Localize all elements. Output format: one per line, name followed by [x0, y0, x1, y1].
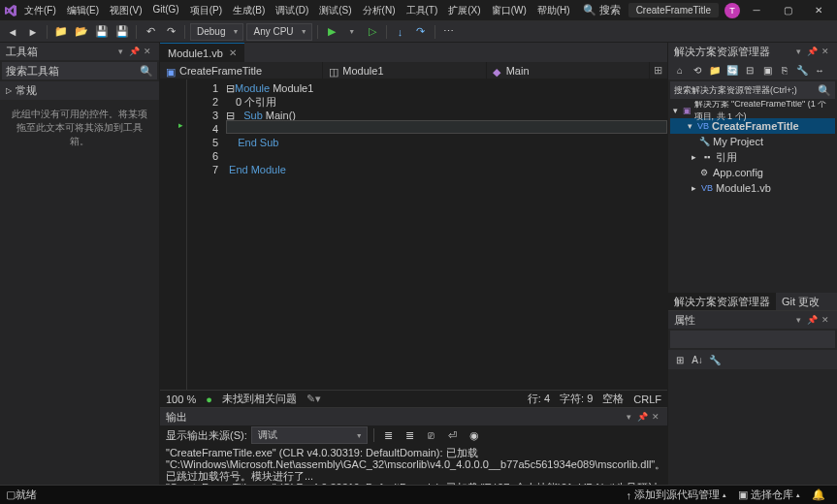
search-clear-icon[interactable]: 🔍 [140, 65, 153, 78]
split-icon[interactable]: ⊞ [650, 64, 667, 77]
nav-module[interactable]: ◫ Module1 [323, 62, 486, 79]
save-icon[interactable]: 💾 [93, 23, 111, 41]
redo-icon[interactable]: ↷ [162, 23, 179, 41]
tab-solution-explorer[interactable]: 解决方案资源管理器 [668, 293, 776, 310]
tab-close-icon[interactable]: ✕ [229, 47, 237, 58]
menu-git[interactable]: Git(G) [147, 2, 183, 19]
nav-back-icon[interactable]: ◄ [4, 23, 21, 41]
close-panel-icon[interactable]: ✕ [142, 46, 153, 57]
close-panel-icon[interactable]: ✕ [820, 46, 831, 57]
menu-build[interactable]: 生成(B) [228, 2, 270, 19]
platform-dropdown[interactable]: Any CPU [246, 23, 311, 41]
toolbar-misc-icon[interactable]: ⋯ [440, 23, 458, 41]
tree-module1[interactable]: ▸ VB Module1.vb [670, 180, 835, 196]
menu-extensions[interactable]: 扩展(X) [443, 2, 485, 19]
pin-icon[interactable]: 📌 [636, 411, 648, 423]
sol-btn-icon[interactable]: 🔄 [724, 62, 740, 78]
nav-fwd-icon[interactable]: ► [24, 23, 42, 41]
config-dropdown[interactable]: Debug [190, 23, 243, 41]
expand-icon[interactable]: ▸ [689, 152, 698, 162]
open-icon[interactable]: 📂 [73, 23, 90, 41]
sol-btn-icon[interactable]: ⎘ [777, 62, 792, 78]
indent-info[interactable]: 空格 [602, 392, 624, 406]
search-box[interactable]: 🔍 搜索 [583, 3, 621, 17]
tab-module1[interactable]: Module1.vb ✕ [160, 43, 244, 62]
issue-indicator-icon[interactable]: ● [206, 394, 212, 405]
sol-btn-icon[interactable]: ▣ [759, 62, 775, 78]
pin-icon[interactable]: 📌 [806, 314, 818, 326]
step-into-icon[interactable]: ↓ [392, 23, 409, 41]
code-editor[interactable]: ▸ 1234567 ⊟Module Module1 0 个引用 ⊟ Sub Ma… [160, 79, 667, 390]
props-icon[interactable]: 🔧 [707, 352, 723, 367]
tree-myproject[interactable]: 🔧 My Project [670, 134, 835, 149]
props-grid[interactable] [668, 369, 837, 485]
brush-icon[interactable]: ✎▾ [306, 393, 321, 405]
expand-icon[interactable]: ▾ [685, 121, 694, 131]
notifications-icon[interactable]: 🔔 [806, 488, 831, 501]
code-area[interactable]: ⊟Module Module1 0 个引用 ⊟ Sub Main() End S… [226, 79, 667, 390]
close-panel-icon[interactable]: ✕ [650, 411, 661, 423]
start-dropdown-icon[interactable]: ▼ [343, 23, 361, 41]
nav-member[interactable]: ◆ Main [487, 62, 650, 79]
source-control-button[interactable]: ↑ 添加到源代码管理 ▴ [621, 488, 733, 502]
close-button[interactable]: ✕ [804, 2, 833, 19]
pin-icon[interactable]: ▾ [623, 411, 634, 423]
solution-search[interactable]: 搜索解决方案资源管理器(Ctrl+;) 🔍 [670, 81, 835, 99]
maximize-button[interactable]: ▢ [773, 2, 802, 19]
close-panel-icon[interactable]: ✕ [820, 314, 831, 326]
nav-project[interactable]: ▣ CreateFrameTitle [160, 62, 323, 79]
tab-git-changes[interactable]: Git 更改 [776, 293, 825, 310]
output-btn-icon[interactable]: ≣ [402, 426, 419, 444]
menu-window[interactable]: 窗口(W) [487, 2, 531, 19]
menu-tools[interactable]: 工具(T) [402, 2, 443, 19]
sol-btn-icon[interactable]: ⊟ [742, 62, 757, 78]
menu-debug[interactable]: 调试(D) [271, 2, 313, 19]
menu-file[interactable]: 文件(F) [19, 2, 61, 19]
solution-header: 解决方案资源管理器 ▾ 📌 ✕ [668, 43, 837, 60]
toolbox-search[interactable]: 搜索工具箱 🔍 [2, 62, 157, 79]
sol-btn-icon[interactable]: 🔧 [794, 62, 810, 78]
output-btn-icon[interactable]: ⏎ [444, 426, 462, 444]
save-all-icon[interactable]: 💾 [113, 23, 131, 41]
alpha-icon[interactable]: A↓ [690, 352, 705, 367]
start-nodebug-icon[interactable]: ▷ [364, 23, 381, 41]
menu-help[interactable]: 帮助(H) [532, 2, 575, 19]
zoom-level[interactable]: 100 % [166, 394, 196, 405]
expand-icon[interactable]: ▾ [672, 106, 680, 115]
categorize-icon[interactable]: ⊞ [672, 352, 688, 367]
menu-edit[interactable]: 编辑(E) [62, 2, 104, 19]
home-icon[interactable]: ⌂ [672, 62, 688, 78]
output-btn-icon[interactable]: ≣ [380, 426, 398, 444]
undo-icon[interactable]: ↶ [142, 23, 159, 41]
output-btn-icon[interactable]: ◉ [466, 426, 483, 444]
user-badge[interactable]: T [724, 3, 740, 18]
toolbox-section[interactable]: ▷ 常规 [0, 81, 159, 100]
select-repo-button[interactable]: ▣ 选择仓库 ▴ [732, 488, 806, 502]
props-object-dropdown[interactable] [670, 331, 835, 348]
sync-icon[interactable]: ⟲ [690, 62, 705, 78]
pin-icon[interactable]: ▾ [114, 46, 126, 57]
breakpoint-margin[interactable] [160, 79, 176, 390]
expand-icon[interactable]: ▸ [689, 183, 698, 193]
eol-info[interactable]: CRLF [633, 394, 661, 405]
output-source-dropdown[interactable]: 调试 [251, 426, 368, 444]
output-btn-icon[interactable]: ⎚ [423, 426, 440, 444]
start-debug-icon[interactable]: ▶ [323, 23, 340, 41]
pin-icon[interactable]: 📌 [128, 46, 140, 57]
new-project-icon[interactable]: 📁 [52, 23, 70, 41]
menu-project[interactable]: 项目(P) [185, 2, 227, 19]
step-over-icon[interactable]: ↷ [412, 23, 430, 41]
minimize-button[interactable]: ─ [742, 2, 771, 19]
tree-solution[interactable]: ▾ ▣ 解决方案 "CreateFrameTitle" (1 个项目, 共 1 … [670, 103, 835, 118]
sol-btn-icon[interactable]: 📁 [707, 62, 723, 78]
menu-view[interactable]: 视图(V) [105, 2, 146, 19]
output-content[interactable]: "CreateFrameTitle.exe" (CLR v4.0.30319: … [160, 445, 667, 485]
pin-icon[interactable]: 📌 [806, 46, 818, 57]
sol-btn-icon[interactable]: ↔ [812, 62, 827, 78]
tree-references[interactable]: ▸ ▪▪ 引用 [670, 149, 835, 165]
menu-test[interactable]: 测试(S) [314, 2, 356, 19]
tree-appconfig[interactable]: ⚙ App.config [670, 165, 835, 180]
pin-icon[interactable]: ▾ [792, 314, 804, 326]
pin-icon[interactable]: ▾ [792, 46, 804, 57]
menu-analyze[interactable]: 分析(N) [358, 2, 401, 19]
